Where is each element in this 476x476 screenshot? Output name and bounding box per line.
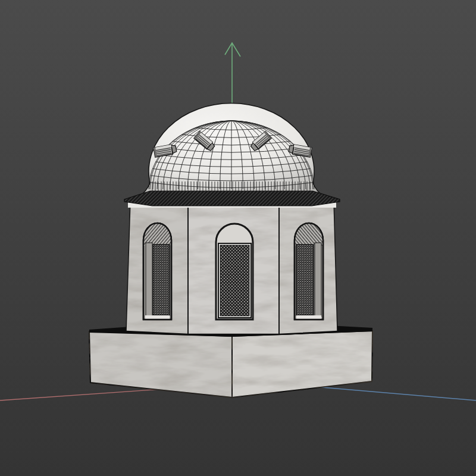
window-left[interactable] (143, 223, 171, 320)
window-left-jamb (146, 243, 152, 317)
window-right-lattice (296, 245, 314, 315)
window-left-lattice (153, 245, 170, 315)
window-right-jamb (315, 243, 321, 317)
viewport-stage (0, 0, 476, 476)
window-center-lattice (220, 245, 249, 316)
window-right[interactable] (295, 223, 323, 320)
cornice[interactable] (124, 191, 340, 206)
window-center[interactable] (216, 224, 253, 320)
viewport-canvas[interactable] (0, 0, 476, 476)
